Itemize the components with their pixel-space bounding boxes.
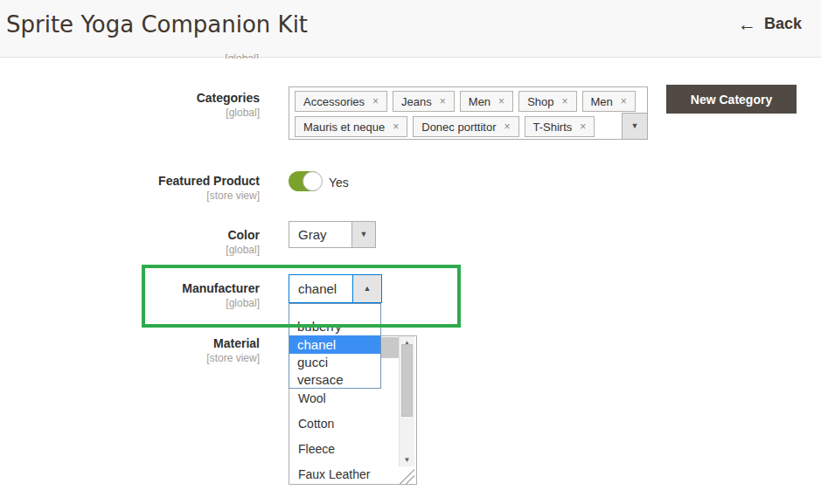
color-select-arrow[interactable]: ▼ xyxy=(351,222,375,247)
chevron-down-icon: ▼ xyxy=(360,231,368,238)
resize-grip-icon[interactable] xyxy=(400,466,414,484)
manufacturer-scope-label: [global] xyxy=(0,297,260,309)
color-select-value: Gray xyxy=(298,222,327,247)
color-select[interactable]: Gray ▼ xyxy=(289,221,376,248)
manufacturer-option-empty[interactable] xyxy=(289,304,380,318)
manufacturer-option[interactable]: gucci xyxy=(289,354,380,371)
manufacturer-select-arrow[interactable]: ▲ xyxy=(352,275,381,302)
remove-tag-icon[interactable]: × xyxy=(393,121,399,133)
material-option[interactable]: Fleece xyxy=(290,437,335,462)
categories-tag-row-1: Accessories× Jeans× Men× Shop× Men× xyxy=(295,91,641,112)
material-option[interactable]: Faux Leather xyxy=(290,462,371,487)
remove-tag-icon[interactable]: × xyxy=(498,95,504,107)
material-scrollbar[interactable]: ▲ ▼ xyxy=(399,336,414,466)
featured-product-toggle[interactable] xyxy=(289,171,322,191)
remove-tag-icon[interactable]: × xyxy=(372,95,379,107)
categories-multiselect[interactable]: Accessories× Jeans× Men× Shop× Men× Maur… xyxy=(289,86,648,140)
remove-tag-icon[interactable]: × xyxy=(440,95,446,107)
product-edit-page: Sprite Yoga Companion Kit ← Back [global… xyxy=(0,0,821,504)
category-tag[interactable]: Jeans× xyxy=(393,91,455,112)
page-title: Sprite Yoga Companion Kit xyxy=(6,11,308,38)
featured-product-value: Yes xyxy=(329,176,349,190)
toggle-knob xyxy=(303,171,323,191)
scroll-down-icon[interactable]: ▼ xyxy=(400,456,414,464)
category-tag[interactable]: Men× xyxy=(460,91,513,112)
back-button[interactable]: ← Back xyxy=(738,15,802,33)
category-tag[interactable]: T-Shirts× xyxy=(525,116,595,137)
manufacturer-option-selected[interactable]: chanel xyxy=(289,335,380,354)
chevron-down-icon: ▼ xyxy=(631,122,639,130)
remove-tag-icon[interactable]: × xyxy=(504,121,511,133)
material-scope-label: [store view] xyxy=(0,352,260,364)
back-arrow-icon: ← xyxy=(738,15,756,33)
categories-dropdown-button[interactable]: ▼ xyxy=(622,113,647,139)
featured-product-scope-label: [store view] xyxy=(0,190,260,202)
manufacturer-option[interactable]: versace xyxy=(289,371,380,388)
color-field-label: Color [global] xyxy=(0,228,260,256)
remove-tag-icon[interactable]: × xyxy=(562,95,568,107)
material-option[interactable]: Wool xyxy=(290,386,326,411)
material-option[interactable]: Cotton xyxy=(290,411,334,437)
manufacturer-select-value: chanel xyxy=(298,275,337,302)
manufacturer-field-label: Manufacturer [global] xyxy=(0,281,260,309)
material-field-label: Material [store view] xyxy=(0,336,260,364)
category-tag[interactable]: Donec porttitor× xyxy=(413,116,518,137)
manufacturer-select[interactable]: chanel ▲ xyxy=(289,274,382,303)
category-tag[interactable]: Mauris et neque× xyxy=(295,116,407,137)
remove-tag-icon[interactable]: × xyxy=(621,95,627,107)
category-tag[interactable]: Shop× xyxy=(518,91,576,112)
categories-tag-row-2: Mauris et neque× Donec porttitor× T-Shir… xyxy=(295,116,600,137)
chevron-up-icon: ▲ xyxy=(364,285,372,293)
category-tag[interactable]: Men× xyxy=(582,91,636,112)
manufacturer-dropdown-list: buberry chanel gucci versace xyxy=(289,303,381,389)
clipped-scope-label: [global] xyxy=(0,50,259,59)
new-category-button[interactable]: New Category xyxy=(666,85,797,114)
scrollbar-thumb[interactable] xyxy=(401,344,413,417)
back-button-label: Back xyxy=(764,15,802,33)
categories-scope-label: [global] xyxy=(0,107,260,119)
category-tag[interactable]: Accessories× xyxy=(295,91,387,112)
remove-tag-icon[interactable]: × xyxy=(580,121,586,133)
categories-field-label: Categories [global] xyxy=(0,91,260,119)
featured-product-field-label: Featured Product [store view] xyxy=(0,174,260,202)
manufacturer-option[interactable]: buberry xyxy=(289,318,380,335)
color-scope-label: [global] xyxy=(0,244,260,256)
